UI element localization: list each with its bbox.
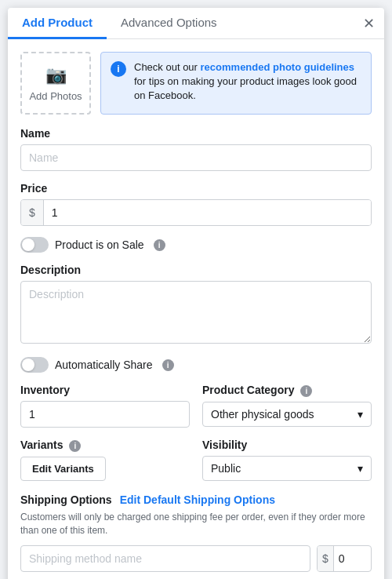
name-label: Name: [20, 127, 372, 140]
sale-toggle-label: Product is on Sale: [55, 239, 144, 251]
info-banner: i Check out our recommended photo guidel…: [100, 52, 372, 115]
photo-info-row: 📷 Add Photos i Check out our recommended…: [20, 52, 372, 115]
shipping-header: Shipping Options Edit Default Shipping O…: [20, 493, 372, 506]
description-input[interactable]: [20, 281, 372, 344]
inventory-input[interactable]: [20, 401, 190, 428]
shipping-price-wrapper: $: [317, 545, 372, 572]
edit-default-shipping-link[interactable]: Edit Default Shipping Options: [120, 493, 275, 506]
inventory-label: Inventory: [20, 384, 190, 396]
visibility-field-group: Visibility Public ▾: [202, 439, 372, 481]
shipping-price-input[interactable]: [334, 546, 361, 571]
category-select[interactable]: Other physical goods ▾: [202, 402, 372, 427]
add-product-modal: Add Product Advanced Options ✕ 📷 Add Pho…: [8, 8, 384, 579]
visibility-value: Public: [211, 462, 241, 475]
camera-icon: 📷: [45, 65, 67, 86]
variants-info-icon[interactable]: i: [69, 440, 81, 452]
auto-share-toggle-thumb: [22, 359, 34, 371]
inventory-field-group: Inventory: [20, 384, 190, 428]
add-photos-box[interactable]: 📷 Add Photos: [20, 52, 91, 115]
auto-share-toggle-row: Automatically Share i: [20, 357, 372, 373]
visibility-label: Visibility: [202, 439, 372, 451]
category-field-group: Product Category i Other physical goods …: [202, 384, 372, 428]
info-suffix: for tips on making your product images l…: [134, 75, 357, 101]
tab-add-product[interactable]: Add Product: [8, 8, 107, 39]
category-label: Product Category i: [202, 384, 372, 397]
description-label: Description: [20, 264, 372, 276]
shipping-price-prefix: $: [318, 546, 334, 571]
variants-field-group: Variants i Edit Variants: [20, 439, 190, 481]
auto-share-toggle[interactable]: [20, 357, 49, 373]
price-label: Price: [20, 182, 372, 195]
auto-share-info-icon[interactable]: i: [162, 359, 174, 371]
edit-variants-button[interactable]: Edit Variants: [20, 457, 106, 481]
modal-body: 📷 Add Photos i Check out our recommended…: [8, 39, 384, 579]
name-field-group: Name: [20, 127, 372, 171]
inventory-category-row: Inventory Product Category i Other physi…: [20, 384, 372, 428]
info-icon: i: [111, 61, 126, 77]
price-field-group: Price $: [20, 182, 372, 226]
sale-toggle[interactable]: [20, 237, 49, 253]
price-input[interactable]: [44, 200, 371, 225]
add-photos-label: Add Photos: [29, 90, 82, 102]
info-text: Check out our recommended photo guidelin…: [134, 60, 361, 104]
photo-guidelines-link[interactable]: recommended photo guidelines: [201, 61, 354, 73]
auto-share-toggle-label: Automatically Share: [55, 359, 153, 371]
shipping-title: Shipping Options: [20, 493, 112, 506]
shipping-method-row: $: [20, 545, 372, 572]
shipping-method-input[interactable]: [20, 545, 310, 572]
shipping-section: Shipping Options Edit Default Shipping O…: [20, 493, 372, 579]
variants-label: Variants i: [20, 439, 190, 452]
name-input[interactable]: [20, 144, 372, 171]
category-chevron-icon: ▾: [358, 408, 363, 421]
visibility-select[interactable]: Public ▾: [202, 456, 372, 481]
close-button[interactable]: ✕: [363, 16, 375, 31]
sale-toggle-thumb: [22, 239, 34, 251]
tab-advanced-options[interactable]: Advanced Options: [107, 8, 231, 39]
sale-info-icon[interactable]: i: [154, 239, 165, 251]
category-info-icon[interactable]: i: [300, 385, 312, 397]
description-field-group: Description: [20, 264, 372, 346]
shipping-description: Customers will only be charged one shipp…: [20, 511, 372, 537]
price-prefix: $: [21, 200, 44, 225]
info-prefix: Check out our: [134, 61, 201, 73]
visibility-chevron-icon: ▾: [358, 462, 363, 475]
price-input-wrapper: $: [20, 199, 372, 226]
category-value: Other physical goods: [211, 408, 314, 421]
sale-toggle-row: Product is on Sale i: [20, 237, 372, 253]
modal-header: Add Product Advanced Options ✕: [8, 8, 384, 39]
variants-visibility-row: Variants i Edit Variants Visibility Publ…: [20, 439, 372, 481]
